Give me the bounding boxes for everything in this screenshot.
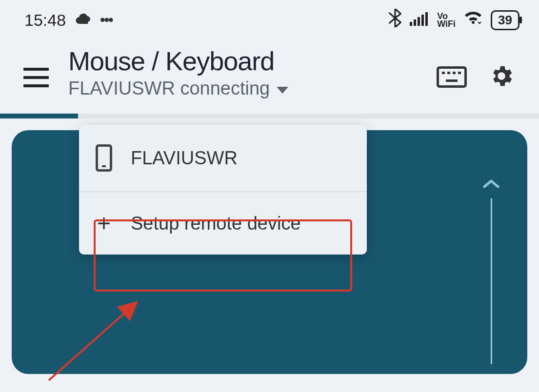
battery-indicator: 39	[491, 10, 519, 30]
vowifi-icon: Vo WiFi	[437, 12, 456, 28]
clock: 15:48	[24, 11, 66, 30]
toolbar	[437, 63, 515, 91]
phone-icon	[96, 144, 112, 172]
device-dropdown: FLAVIUSWR + Setup remote device	[79, 125, 367, 255]
device-item-flaviuswr[interactable]: FLAVIUSWR	[79, 125, 367, 191]
svg-rect-2	[418, 17, 420, 26]
cloud-icon	[75, 12, 91, 28]
menu-button[interactable]	[23, 68, 49, 87]
keyboard-icon[interactable]	[437, 66, 467, 88]
status-right: Vo WiFi 39	[388, 9, 519, 31]
signal-icon	[410, 11, 429, 30]
settings-button[interactable]	[488, 63, 515, 91]
title-block: Mouse / Keyboard FLAVIUSWR connecting	[68, 46, 422, 99]
setup-remote-device[interactable]: + Setup remote device	[79, 191, 367, 255]
chevron-up-icon[interactable]	[482, 171, 500, 193]
plus-icon: +	[96, 212, 112, 235]
page-title: Mouse / Keyboard	[68, 46, 422, 76]
more-icon: •••	[100, 12, 113, 28]
app-bar: Mouse / Keyboard FLAVIUSWR connecting	[0, 36, 539, 114]
status-bar: 15:48 ••• Vo WiFi 39	[0, 0, 539, 36]
svg-rect-0	[410, 22, 412, 26]
wifi-icon	[463, 10, 483, 30]
setup-label: Setup remote device	[131, 213, 301, 234]
device-status: FLAVIUSWR connecting	[68, 78, 270, 99]
status-left: 15:48 •••	[24, 11, 113, 30]
scroll-indicator	[491, 198, 492, 364]
tab-indicator	[0, 114, 539, 118]
svg-rect-1	[414, 20, 416, 26]
device-name: FLAVIUSWR	[131, 148, 238, 169]
device-selector[interactable]: FLAVIUSWR connecting	[68, 78, 422, 99]
svg-rect-4	[425, 12, 428, 26]
bluetooth-icon	[388, 9, 402, 31]
svg-rect-3	[421, 15, 424, 26]
chevron-down-icon	[277, 87, 288, 94]
